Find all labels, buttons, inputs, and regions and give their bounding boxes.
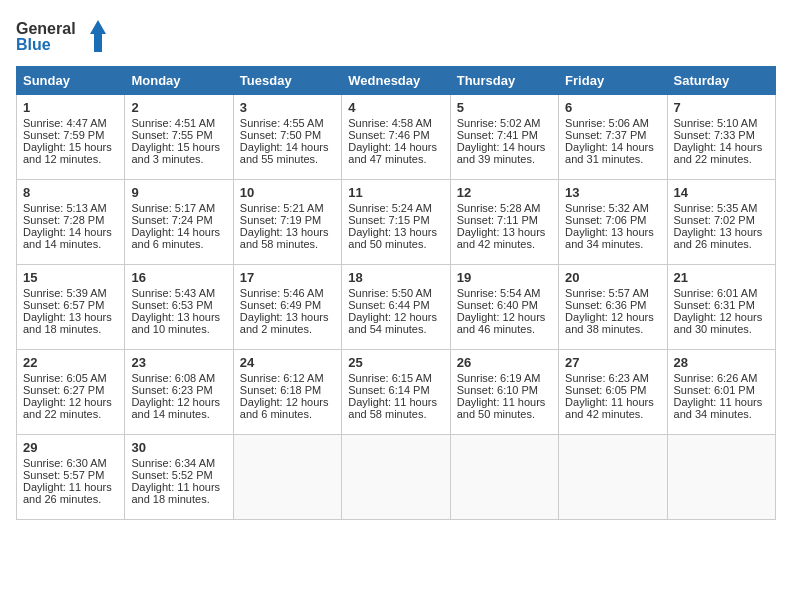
day-info: Sunset: 6:36 PM [565,299,660,311]
day-info: Sunset: 7:11 PM [457,214,552,226]
day-info: and 30 minutes. [674,323,769,335]
day-info: Sunrise: 5:17 AM [131,202,226,214]
day-number: 16 [131,270,226,285]
day-info: Sunrise: 6:19 AM [457,372,552,384]
day-info: and 34 minutes. [565,238,660,250]
day-number: 25 [348,355,443,370]
day-info: Sunrise: 5:21 AM [240,202,335,214]
day-number: 19 [457,270,552,285]
day-number: 13 [565,185,660,200]
calendar-cell: 9Sunrise: 5:17 AMSunset: 7:24 PMDaylight… [125,180,233,265]
calendar-cell: 19Sunrise: 5:54 AMSunset: 6:40 PMDayligh… [450,265,558,350]
day-info: Sunset: 7:24 PM [131,214,226,226]
calendar-cell: 24Sunrise: 6:12 AMSunset: 6:18 PMDayligh… [233,350,341,435]
day-info: Daylight: 15 hours [23,141,118,153]
calendar-cell: 20Sunrise: 5:57 AMSunset: 6:36 PMDayligh… [559,265,667,350]
day-info: Sunset: 6:01 PM [674,384,769,396]
day-info: Daylight: 12 hours [240,396,335,408]
day-info: Sunset: 7:33 PM [674,129,769,141]
day-number: 14 [674,185,769,200]
day-number: 27 [565,355,660,370]
day-info: and 42 minutes. [565,408,660,420]
calendar-cell [559,435,667,520]
calendar-cell: 25Sunrise: 6:15 AMSunset: 6:14 PMDayligh… [342,350,450,435]
day-number: 2 [131,100,226,115]
day-info: Sunrise: 5:10 AM [674,117,769,129]
day-info: Sunrise: 5:50 AM [348,287,443,299]
svg-text:Blue: Blue [16,36,51,53]
header-friday: Friday [559,67,667,95]
calendar-header-row: SundayMondayTuesdayWednesdayThursdayFrid… [17,67,776,95]
day-info: Sunset: 7:02 PM [674,214,769,226]
svg-marker-2 [90,20,106,52]
day-info: and 47 minutes. [348,153,443,165]
day-info: Sunset: 6:05 PM [565,384,660,396]
day-number: 1 [23,100,118,115]
day-number: 6 [565,100,660,115]
day-info: Sunset: 7:15 PM [348,214,443,226]
day-number: 21 [674,270,769,285]
calendar-table: SundayMondayTuesdayWednesdayThursdayFrid… [16,66,776,520]
day-info: and 12 minutes. [23,153,118,165]
day-info: Daylight: 14 hours [457,141,552,153]
day-info: Sunrise: 6:15 AM [348,372,443,384]
day-info: Daylight: 15 hours [131,141,226,153]
day-info: and 58 minutes. [348,408,443,420]
day-info: Sunset: 7:37 PM [565,129,660,141]
calendar-cell [342,435,450,520]
page-header: General Blue [16,16,776,56]
week-row-1: 1Sunrise: 4:47 AMSunset: 7:59 PMDaylight… [17,95,776,180]
day-info: Sunset: 7:41 PM [457,129,552,141]
calendar-cell: 10Sunrise: 5:21 AMSunset: 7:19 PMDayligh… [233,180,341,265]
day-number: 3 [240,100,335,115]
day-info: Daylight: 11 hours [23,481,118,493]
calendar-cell: 28Sunrise: 6:26 AMSunset: 6:01 PMDayligh… [667,350,775,435]
day-info: Daylight: 13 hours [565,226,660,238]
logo: General Blue [16,16,106,56]
day-info: and 26 minutes. [674,238,769,250]
day-info: Sunrise: 5:35 AM [674,202,769,214]
day-info: Daylight: 11 hours [457,396,552,408]
calendar-cell [233,435,341,520]
day-info: and 46 minutes. [457,323,552,335]
day-info: and 55 minutes. [240,153,335,165]
day-info: Sunset: 6:27 PM [23,384,118,396]
day-info: Daylight: 11 hours [348,396,443,408]
header-monday: Monday [125,67,233,95]
day-info: and 10 minutes. [131,323,226,335]
day-info: and 34 minutes. [674,408,769,420]
day-number: 4 [348,100,443,115]
day-info: Sunrise: 6:34 AM [131,457,226,469]
day-info: Sunset: 6:44 PM [348,299,443,311]
header-thursday: Thursday [450,67,558,95]
day-number: 5 [457,100,552,115]
day-info: Daylight: 14 hours [348,141,443,153]
logo-icon: General Blue [16,16,106,56]
day-info: Sunset: 7:19 PM [240,214,335,226]
week-row-2: 8Sunrise: 5:13 AMSunset: 7:28 PMDaylight… [17,180,776,265]
day-number: 11 [348,185,443,200]
day-info: Daylight: 14 hours [565,141,660,153]
day-info: Daylight: 12 hours [457,311,552,323]
day-info: Sunset: 6:57 PM [23,299,118,311]
day-info: Daylight: 14 hours [674,141,769,153]
day-info: Sunrise: 5:32 AM [565,202,660,214]
day-info: Sunrise: 4:51 AM [131,117,226,129]
calendar-cell: 4Sunrise: 4:58 AMSunset: 7:46 PMDaylight… [342,95,450,180]
day-info: Daylight: 12 hours [565,311,660,323]
day-info: and 42 minutes. [457,238,552,250]
day-number: 17 [240,270,335,285]
day-info: Sunset: 6:40 PM [457,299,552,311]
day-info: and 18 minutes. [131,493,226,505]
day-info: Sunset: 7:06 PM [565,214,660,226]
calendar-cell: 12Sunrise: 5:28 AMSunset: 7:11 PMDayligh… [450,180,558,265]
calendar-cell: 15Sunrise: 5:39 AMSunset: 6:57 PMDayligh… [17,265,125,350]
day-info: Daylight: 14 hours [23,226,118,238]
day-info: and 22 minutes. [23,408,118,420]
day-number: 15 [23,270,118,285]
day-number: 28 [674,355,769,370]
day-info: Sunset: 7:28 PM [23,214,118,226]
day-info: Daylight: 11 hours [674,396,769,408]
day-info: and 6 minutes. [131,238,226,250]
calendar-cell: 26Sunrise: 6:19 AMSunset: 6:10 PMDayligh… [450,350,558,435]
